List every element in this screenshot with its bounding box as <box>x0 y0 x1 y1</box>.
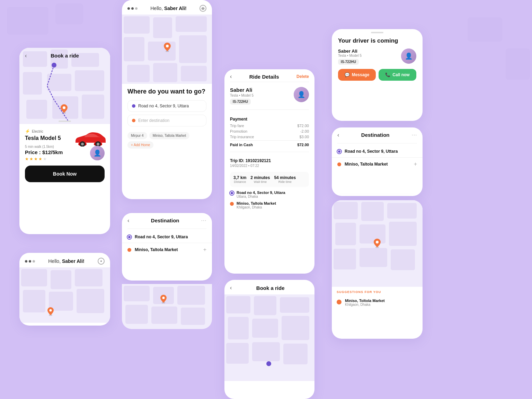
svg-point-5 <box>52 63 56 68</box>
from-sub: Uttara, Dhaka <box>237 195 285 198</box>
ride-divider-1 <box>230 82 309 82</box>
insurance-value: $3.00 <box>299 135 309 139</box>
stat-ride: 54 minutes Ride time <box>274 175 296 184</box>
driver-coming-actions: 💬 Message 📞 Call now <box>338 69 416 81</box>
dot-3 <box>135 7 138 10</box>
dest-right-dest-dot <box>337 162 341 166</box>
car-info-section: ⚡ Electric Tesla Model 5 <box>19 124 110 141</box>
destination-input[interactable]: Enter destination <box>127 115 206 126</box>
stat-distance-label: Distance <box>233 180 246 184</box>
dest-right-divider <box>337 143 417 143</box>
star-1: ★ <box>25 157 29 161</box>
hello-small-settings[interactable] <box>98 258 105 265</box>
chip-add-home[interactable]: + Add Home <box>127 141 153 149</box>
dest-small-header: ‹ Destination ⋯ <box>122 213 212 227</box>
price-label: Price : $12/5km <box>25 149 63 155</box>
dest-small-map-pin <box>160 294 167 303</box>
star-2: ★ <box>29 157 33 161</box>
paid-row: Paid in Cash $72.00 <box>230 140 309 147</box>
delete-button[interactable]: Delete <box>296 74 309 79</box>
trip-fare-label: Trip fare <box>230 124 244 128</box>
svg-rect-4 <box>506 48 530 80</box>
driver-coming-plate: IS-722HU <box>338 59 359 65</box>
suggestion-item-1[interactable]: Miniso, Toltola Market Khilgaon, Dhaka <box>332 296 423 309</box>
hello-small-gear-svg <box>99 259 103 263</box>
hello-small-dots <box>25 260 35 263</box>
to-stop: Miniso, Taltola Market Khilgaon, Dhaka <box>230 201 309 209</box>
hello-prefix: Hello, <box>150 6 164 11</box>
dot-2 <box>131 7 134 10</box>
suggestion-title: Miniso, Toltola Market <box>345 299 385 303</box>
suggestion-sub: Khilgaon, Dhaka <box>345 303 385 307</box>
message-button[interactable]: 💬 Message <box>338 69 376 81</box>
search-section: Where do you want to go? Road no 4, Sect… <box>122 84 212 149</box>
settings-icon[interactable] <box>200 5 206 12</box>
to-location: Miniso, Taltola Market <box>237 201 276 205</box>
from-dot <box>230 191 234 195</box>
dest-right-dest-row: Miniso, Taltola Market + <box>332 158 423 171</box>
hello-small-prefix: Hello, <box>48 258 62 264</box>
dest-small-dest-row: Miniso, Taltola Market + <box>122 243 212 256</box>
stat-wait-val: 2 minutes <box>250 175 270 180</box>
ride-details-header: ‹ Ride Details Delete <box>224 69 314 80</box>
ride-driver-name: Saber Ali <box>230 87 254 93</box>
stars-row: ★ ★ ★ ★ ★ <box>25 157 63 161</box>
dest-right-dots: ⋯ <box>411 132 417 138</box>
ride-driver-face: 👤 <box>294 87 309 102</box>
from-location: Road no 4, Sector 9, Uttara <box>237 190 285 195</box>
driver-avatar: 👤 <box>90 146 105 160</box>
svg-rect-1 <box>7 7 48 35</box>
dest-right-header: ‹ Destination ⋯ <box>332 127 423 141</box>
destination-small-card: ‹ Destination ⋯ Road no 4, Sector 9, Utt… <box>122 213 212 281</box>
dest-dest-dot <box>127 248 131 252</box>
small-dot-1 <box>25 260 27 263</box>
map-suggestions-card: SUGGESTIONS FOR YOU Miniso, Toltola Mark… <box>332 200 423 339</box>
map-pin-destination <box>60 104 68 114</box>
book-ride-title: Book a ride <box>51 53 79 59</box>
chip-mirpur[interactable]: Mirpur 4 <box>127 132 147 139</box>
dest-right-title: Destination <box>339 132 411 138</box>
suggestion-dot <box>337 300 342 304</box>
route-stops: Road no 4, Sector 9, Uttara Uttara, Dhak… <box>224 190 314 209</box>
handle-bar <box>59 121 71 122</box>
book-ride-map <box>19 48 110 124</box>
hello-map-area <box>122 15 212 84</box>
origin-input[interactable]: Road no 4, Sector 9, Uttara <box>127 100 206 112</box>
paid-label: Paid in Cash <box>230 143 253 147</box>
dest-right-origin-row: Road no 4, Sector 9, Uttara <box>332 145 423 158</box>
hello-small-name: Saber Ali! <box>62 258 85 264</box>
map-pin-origin <box>163 42 171 52</box>
back-button[interactable]: ‹ <box>25 53 27 59</box>
from-stop: Road no 4, Sector 9, Uttara Uttara, Dhak… <box>230 190 309 198</box>
book-ride-2-card: ‹ Book a ride <box>224 280 314 399</box>
trip-fare-value: $72.00 <box>297 124 309 128</box>
suggestions-map-pin <box>373 238 381 248</box>
svg-point-22 <box>100 260 102 262</box>
star-5: ★ <box>43 157 47 161</box>
driver-coming-title: Your driver is coming <box>338 37 416 44</box>
driver-coming-name: Saber Ali <box>338 48 362 54</box>
dest-small-origin-row: Road no 4, Sector 9, Uttara <box>122 231 212 243</box>
book-ride-2-title: Book a ride <box>232 285 309 291</box>
suggestions-label: SUGGESTIONS FOR YOU <box>332 287 423 296</box>
divider-1 <box>127 229 206 229</box>
insurance-label: Trip insurance <box>230 135 254 139</box>
stat-distance-val: 3,7 km <box>233 175 246 180</box>
payment-title: Payment <box>230 117 309 122</box>
trip-id: Trip ID: 19102192121 <box>230 158 309 163</box>
svg-point-24 <box>50 309 52 312</box>
promotion-label: Promotion <box>230 129 247 133</box>
stat-wait: 2 minutes Wait time <box>250 175 270 184</box>
dest-right-plus[interactable]: + <box>414 161 417 167</box>
driver-coming-section: Your driver is coming Saber Ali Tesla • … <box>332 33 423 85</box>
suggestion-chips: Mirpur 4 Miniso, Taltola Market + Add Ho… <box>127 129 206 149</box>
hello-small-card: Hello, Saber Ali! <box>19 253 110 326</box>
hello-small-header: Hello, Saber Ali! <box>19 253 110 267</box>
svg-rect-3 <box>468 17 502 42</box>
message-label: Message <box>352 72 370 77</box>
dest-origin-text: Road no 4, Sector 9, Uttara <box>135 234 206 239</box>
call-now-button[interactable]: 📞 Call now <box>379 69 416 81</box>
plus-icon[interactable]: + <box>203 247 206 253</box>
book-now-button[interactable]: Book Now <box>25 166 105 182</box>
chip-miniso[interactable]: Miniso, Taltola Market <box>149 132 190 139</box>
